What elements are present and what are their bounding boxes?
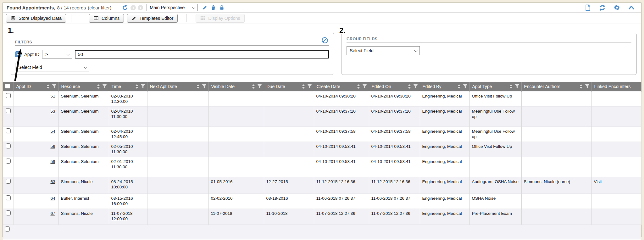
filter-funnel-icon[interactable]: [52, 84, 57, 89]
visible-date-cell: 01-05-2016: [208, 177, 264, 193]
edit-perspective-icon[interactable]: [202, 5, 208, 10]
column-header-create-date[interactable]: Create Date: [314, 82, 369, 91]
columns-button[interactable]: Columns: [89, 14, 124, 23]
collapse-panel-icon[interactable]: [628, 5, 635, 10]
filter-funnel-icon[interactable]: [413, 84, 418, 89]
horizontal-scrollbar[interactable]: [3, 239, 641, 240]
column-header-appt-type[interactable]: Appt Type: [469, 82, 521, 91]
linked-encounters-cell: [591, 193, 641, 209]
appt-id-link[interactable]: 64: [50, 196, 55, 201]
remove-filter-icon[interactable]: [15, 51, 21, 57]
row-checkbox[interactable]: [6, 128, 11, 133]
sort-icon[interactable]: [135, 84, 138, 89]
visible-date-cell: [208, 106, 264, 126]
sort-icon[interactable]: [458, 84, 461, 89]
toolbar: Store Displayed Data Columns Templates E…: [3, 13, 641, 24]
row-checkbox[interactable]: [6, 159, 11, 164]
sort-icon[interactable]: [197, 84, 200, 89]
column-header-resource[interactable]: Resource: [58, 82, 109, 91]
group-field-select[interactable]: Select Field: [347, 46, 420, 55]
row-checkbox[interactable]: [6, 210, 11, 215]
edited-on-cell: 04-10-2014 09:37:10: [369, 106, 420, 126]
row-checkbox[interactable]: [6, 93, 11, 98]
column-header-visible-date[interactable]: Visible Date: [208, 82, 264, 91]
sort-icon[interactable]: [302, 84, 305, 89]
time-cell: 03-15-2016 16:00:00: [109, 193, 147, 209]
appt-id-link[interactable]: 63: [50, 179, 55, 184]
filter-funnel-icon[interactable]: [515, 84, 519, 89]
appt-id-link[interactable]: 59: [50, 159, 55, 164]
filter-funnel-icon[interactable]: [102, 84, 107, 89]
appt-id-link[interactable]: 67: [50, 211, 55, 216]
add-filter-field-value: Select Field: [18, 65, 42, 70]
column-header-edited-by[interactable]: Edited By: [420, 82, 469, 91]
appt-id-link[interactable]: 56: [50, 144, 55, 149]
sort-icon[interactable]: [509, 84, 513, 89]
templates-editor-button[interactable]: Templates Editor: [127, 14, 178, 23]
appointments-table: Appt ID Resource Time Next Apt Date: [3, 82, 641, 239]
appt-id-link[interactable]: 53: [50, 109, 55, 114]
sort-icon[interactable]: [580, 84, 583, 89]
lock-perspective-icon[interactable]: [219, 5, 225, 10]
previous-perspective-icon[interactable]: ‹: [130, 5, 136, 10]
disable-filters-icon[interactable]: [321, 37, 328, 44]
sort-icon[interactable]: [252, 84, 255, 89]
next-perspective-icon[interactable]: ›: [138, 5, 143, 10]
column-header-edited-on[interactable]: Edited On: [369, 82, 420, 91]
filter-funnel-icon[interactable]: [141, 84, 145, 89]
columns-label: Columns: [102, 16, 119, 21]
filter-funnel-icon[interactable]: [257, 84, 262, 89]
filter-funnel-icon[interactable]: [307, 84, 312, 89]
sort-icon[interactable]: [47, 84, 50, 89]
create-date-cell: 04-10-2014 09:53:41: [314, 142, 369, 157]
add-filter-field-select[interactable]: Select Field: [15, 63, 89, 71]
column-header-due-date[interactable]: Due Date: [264, 82, 314, 91]
filter-funnel-icon[interactable]: [463, 84, 468, 89]
new-document-icon[interactable]: [585, 4, 591, 11]
settings-gear-icon[interactable]: [614, 4, 620, 11]
select-all-checkbox[interactable]: [5, 84, 10, 88]
filter-operator-select[interactable]: >: [42, 50, 72, 59]
column-header-appt-id[interactable]: Appt ID: [14, 82, 58, 91]
row-checkbox[interactable]: [6, 195, 11, 200]
column-header-time[interactable]: Time: [109, 82, 147, 91]
visible-date-cell: [208, 126, 264, 142]
visible-date-cell: 02-02-2016: [208, 193, 264, 209]
footer-row-checkbox[interactable]: [5, 226, 10, 232]
resource-cell: Selenium, Selenium: [58, 106, 109, 126]
encounter-authors-cell: [521, 126, 591, 142]
divider: [116, 4, 116, 11]
delete-perspective-icon[interactable]: [211, 5, 216, 10]
edited-on-cell: 11-06-2018 07:26:37: [369, 193, 420, 209]
perspective-select[interactable]: Main Perspective: [147, 4, 198, 11]
filter-value-input[interactable]: [75, 50, 329, 59]
time-cell: 11-07-2018 12:00:00: [109, 209, 147, 224]
column-header-encounter-authors[interactable]: Encounter Authors: [521, 82, 591, 91]
appt-id-link[interactable]: 51: [50, 94, 55, 98]
row-checkbox[interactable]: [6, 143, 11, 148]
row-checkbox[interactable]: [6, 108, 11, 113]
undo-icon[interactable]: [122, 5, 128, 11]
select-all-header[interactable]: [3, 82, 14, 91]
column-header-next-apt-date[interactable]: Next Apt Date: [147, 82, 208, 91]
table-header-row: Appt ID Resource Time Next Apt Date: [3, 82, 641, 91]
edited-by-cell: Engineering, Medical: [420, 91, 469, 106]
filter-funnel-icon[interactable]: [202, 84, 207, 89]
sort-icon[interactable]: [408, 84, 411, 89]
column-header-label: Resource: [61, 84, 80, 89]
appt-id-link[interactable]: 54: [50, 129, 55, 134]
store-displayed-data-button[interactable]: Store Displayed Data: [6, 14, 66, 23]
divider: [71, 14, 71, 22]
sort-icon[interactable]: [357, 84, 360, 89]
sort-icon[interactable]: [97, 84, 100, 89]
refresh-icon[interactable]: [599, 4, 606, 11]
display-options-button[interactable]: Display Options: [196, 14, 245, 23]
step-2-annotation: 2.: [339, 26, 345, 35]
filter-funnel-icon[interactable]: [362, 84, 367, 89]
clear-filter-link[interactable]: (clear filter): [88, 5, 111, 10]
column-header-linked-encounters[interactable]: Linked Encounters: [591, 82, 641, 91]
row-checkbox[interactable]: [6, 179, 11, 184]
edited-by-cell: Engineering, Medical: [420, 193, 469, 209]
column-header-label: Create Date: [317, 84, 340, 89]
filter-funnel-icon[interactable]: [585, 84, 590, 89]
